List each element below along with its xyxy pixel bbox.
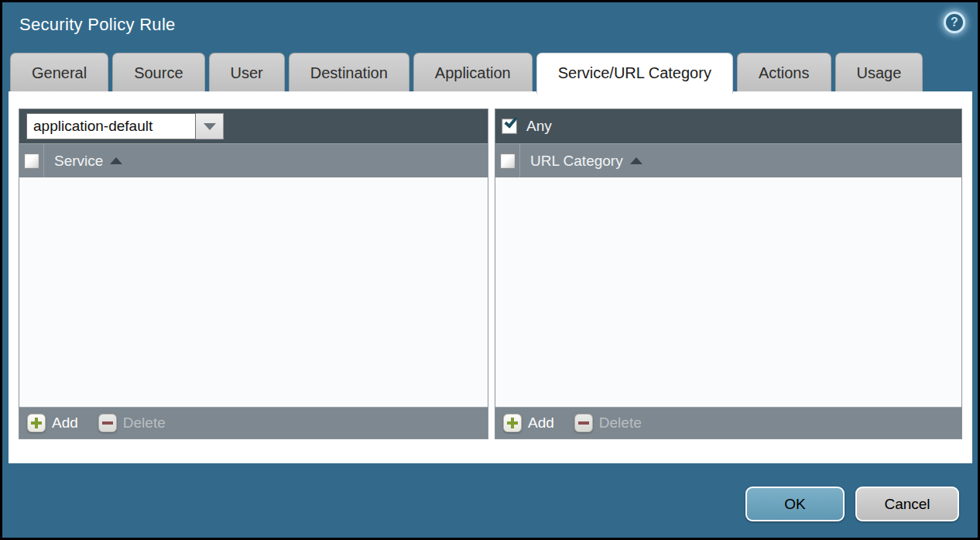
chevron-down-icon xyxy=(204,123,216,130)
tab-application[interactable]: Application xyxy=(413,53,533,91)
tab-destination[interactable]: Destination xyxy=(289,53,409,91)
url-category-panel: Any URL Category Add xyxy=(495,108,962,439)
url-category-table-body xyxy=(495,177,961,407)
tab-actions[interactable]: Actions xyxy=(737,53,831,91)
service-column-label: Service xyxy=(54,153,103,170)
sort-ascending-icon xyxy=(110,157,122,164)
url-category-panel-footer: Add Delete xyxy=(495,407,961,439)
dialog-title: Security Policy Rule xyxy=(19,15,176,35)
service-add-button[interactable]: Add xyxy=(27,414,78,432)
tab-content: Service Add Delete xyxy=(9,91,972,463)
service-panel-header xyxy=(19,109,488,143)
tab-usage[interactable]: Usage xyxy=(835,53,923,91)
service-type-dropdown-button[interactable] xyxy=(196,113,224,139)
tab-user[interactable]: User xyxy=(209,53,285,91)
url-category-column-header[interactable]: URL Category xyxy=(530,153,642,170)
url-category-select-all-checkbox[interactable] xyxy=(500,153,516,169)
add-plus-icon xyxy=(503,414,522,432)
add-button-label: Add xyxy=(52,414,78,432)
tab-source[interactable]: Source xyxy=(112,53,204,91)
tab-bar: General Source User Destination Applicat… xyxy=(10,53,923,91)
service-select-all-checkbox[interactable] xyxy=(24,153,39,169)
any-checkbox-row: Any xyxy=(502,118,552,135)
url-category-column-label: URL Category xyxy=(530,153,623,170)
help-icon[interactable]: ? xyxy=(944,12,965,33)
add-button-label: Add xyxy=(528,414,554,432)
service-type-combobox xyxy=(26,113,224,139)
service-delete-button[interactable]: Delete xyxy=(98,414,166,432)
checkmark-icon xyxy=(504,114,517,128)
service-column-header[interactable]: Service xyxy=(54,153,122,170)
ok-button[interactable]: OK xyxy=(745,487,845,521)
url-category-panel-header: Any xyxy=(495,109,961,143)
service-type-input[interactable] xyxy=(26,113,196,139)
service-table-body xyxy=(19,177,488,407)
service-panel: Service Add Delete xyxy=(19,108,488,439)
security-policy-rule-dialog: Security Policy Rule ? General Source Us… xyxy=(2,2,978,538)
url-category-delete-button[interactable]: Delete xyxy=(574,414,642,432)
service-table-header-row: Service xyxy=(19,143,488,177)
any-checkbox[interactable] xyxy=(502,119,517,134)
cancel-button[interactable]: Cancel xyxy=(855,487,959,521)
any-checkbox-label: Any xyxy=(526,118,552,135)
add-plus-icon xyxy=(27,414,46,432)
delete-button-label: Delete xyxy=(123,414,166,432)
delete-minus-icon xyxy=(574,414,593,432)
url-category-select-all-cell xyxy=(495,144,520,177)
service-select-all-cell xyxy=(19,144,44,177)
url-category-add-button[interactable]: Add xyxy=(503,414,554,432)
delete-button-label: Delete xyxy=(599,414,642,432)
tab-general[interactable]: General xyxy=(10,53,108,91)
sort-ascending-icon xyxy=(630,157,642,164)
url-category-table-header-row: URL Category xyxy=(495,143,961,177)
service-panel-footer: Add Delete xyxy=(19,407,488,439)
tab-service-url-category[interactable]: Service/URL Category xyxy=(536,53,733,94)
delete-minus-icon xyxy=(98,414,117,432)
